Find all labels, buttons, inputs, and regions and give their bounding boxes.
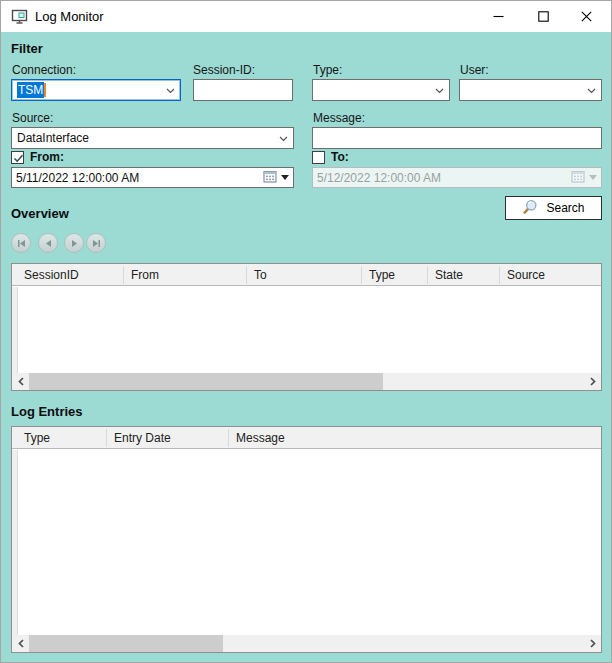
search-button-label: Search xyxy=(546,201,584,215)
check-icon xyxy=(13,153,24,164)
row-header-strip xyxy=(12,450,18,635)
nav-last-button[interactable] xyxy=(86,233,106,253)
search-button[interactable]: Search xyxy=(505,196,602,220)
column-header-from[interactable]: From xyxy=(131,264,159,286)
to-datepicker: 5/12/2022 12:00:00 AM xyxy=(312,167,602,188)
last-page-icon xyxy=(92,239,101,248)
next-page-icon xyxy=(70,239,79,248)
overview-heading: Overview xyxy=(11,206,69,221)
overview-horizontal-scrollbar[interactable] xyxy=(12,373,601,390)
app-monitor-icon xyxy=(11,8,28,25)
previous-page-icon xyxy=(44,239,53,248)
window-title: Log Monitor xyxy=(35,9,104,24)
from-checkbox-row: From: xyxy=(11,150,64,164)
from-date-value: 5/11/2022 12:00:00 AM xyxy=(16,171,139,185)
dropdown-arrow-icon xyxy=(589,175,597,180)
source-value: DataInterface xyxy=(17,131,89,145)
to-checkbox-row: To: xyxy=(312,150,349,164)
from-checkbox[interactable] xyxy=(11,151,24,164)
session-id-label: Session-ID: xyxy=(193,63,255,77)
column-header-state[interactable]: State xyxy=(435,264,463,286)
scroll-left-arrow[interactable] xyxy=(12,373,29,390)
log-entries-table-body xyxy=(19,450,601,635)
calendar-icon xyxy=(571,170,585,186)
log-monitor-window: Log Monitor Filter Connection: TSM Sessi… xyxy=(0,0,612,663)
minimize-button[interactable] xyxy=(481,1,515,32)
dropdown-arrow-icon[interactable] xyxy=(281,175,289,180)
connection-label: Connection: xyxy=(12,63,76,77)
column-header-source[interactable]: Source xyxy=(507,264,545,286)
chevron-down-icon[interactable] xyxy=(587,83,596,97)
scroll-thumb[interactable] xyxy=(29,635,223,652)
log-entries-table: Type Entry Date Message xyxy=(11,426,602,653)
column-header-type[interactable]: Type xyxy=(369,264,395,286)
text-caret xyxy=(44,83,46,97)
first-page-icon xyxy=(17,239,26,248)
search-icon xyxy=(522,199,538,218)
maximize-button[interactable] xyxy=(526,1,560,32)
column-header-type[interactable]: Type xyxy=(24,427,50,449)
message-input[interactable] xyxy=(312,127,602,149)
maximize-icon xyxy=(538,11,549,22)
chevron-down-icon[interactable] xyxy=(435,83,444,97)
from-datepicker[interactable]: 5/11/2022 12:00:00 AM xyxy=(11,167,294,188)
overview-table-body xyxy=(19,287,601,373)
minimize-icon xyxy=(493,11,504,22)
nav-previous-button[interactable] xyxy=(38,233,58,253)
column-header-sessionid[interactable]: SessionID xyxy=(24,264,79,286)
type-label: Type: xyxy=(313,63,342,77)
close-icon xyxy=(581,11,592,22)
connection-value: TSM xyxy=(17,82,44,98)
log-entries-heading: Log Entries xyxy=(11,404,83,419)
nav-first-button[interactable] xyxy=(11,233,31,253)
log-entries-table-header: Type Entry Date Message xyxy=(12,427,601,449)
column-header-entry-date[interactable]: Entry Date xyxy=(114,427,171,449)
user-label: User: xyxy=(460,63,489,77)
nav-next-button[interactable] xyxy=(64,233,84,253)
log-entries-horizontal-scrollbar[interactable] xyxy=(12,635,601,652)
calendar-icon xyxy=(263,170,277,186)
overview-table-header: SessionID From To Type State Source xyxy=(12,264,601,286)
session-id-input[interactable] xyxy=(193,79,293,101)
column-header-message[interactable]: Message xyxy=(236,427,285,449)
scroll-left-arrow[interactable] xyxy=(12,635,29,652)
chevron-down-icon[interactable] xyxy=(279,131,288,145)
scroll-right-arrow[interactable] xyxy=(584,635,601,652)
from-label: From: xyxy=(30,150,64,164)
scroll-thumb[interactable] xyxy=(29,373,383,390)
to-date-value: 5/12/2022 12:00:00 AM xyxy=(317,171,441,185)
connection-combobox[interactable]: TSM xyxy=(11,79,181,101)
to-label: To: xyxy=(331,150,349,164)
chevron-down-icon[interactable] xyxy=(166,83,175,97)
message-label: Message: xyxy=(313,111,365,125)
close-button[interactable] xyxy=(569,1,603,32)
titlebar: Log Monitor xyxy=(1,1,611,32)
overview-table: SessionID From To Type State Source xyxy=(11,263,602,391)
type-combobox[interactable] xyxy=(312,79,450,101)
source-label: Source: xyxy=(12,111,53,125)
source-combobox[interactable]: DataInterface xyxy=(11,127,294,149)
filter-heading: Filter xyxy=(11,41,43,56)
user-combobox[interactable] xyxy=(459,79,602,101)
column-header-to[interactable]: To xyxy=(254,264,267,286)
row-header-strip xyxy=(12,287,18,373)
scroll-right-arrow[interactable] xyxy=(584,373,601,390)
to-checkbox[interactable] xyxy=(312,151,325,164)
